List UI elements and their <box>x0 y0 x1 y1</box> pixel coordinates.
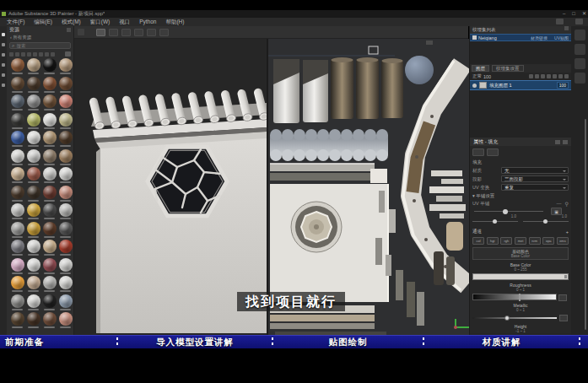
menu-item-1[interactable]: 编辑(E) <box>30 18 57 26</box>
channel-chip-rgh[interactable]: rgh <box>500 237 512 245</box>
material-sphere-53[interactable] <box>25 294 41 313</box>
channel-chip-met[interactable]: met <box>515 237 526 245</box>
channel-chip-ems[interactable]: ems <box>557 237 569 245</box>
menu-item-6[interactable]: 帮助(H) <box>161 18 188 26</box>
chapter-tab-3[interactable]: 材质讲解 <box>424 336 579 348</box>
filter-smart-masks-icon[interactable] <box>27 52 31 57</box>
channel-chip-opa[interactable]: opa <box>542 237 554 245</box>
material-sphere-40[interactable] <box>9 240 25 258</box>
chapter-tab-0[interactable]: 前期准备 <box>0 336 116 348</box>
channel-chip-hgt[interactable]: hgt <box>487 237 499 245</box>
opacity-value[interactable]: 100 <box>483 74 491 79</box>
material-sphere-0[interactable] <box>9 58 25 77</box>
tab-texture-set-settings[interactable]: 纹理集设置 <box>492 65 524 72</box>
property-dropdown[interactable]: 无 <box>501 167 569 174</box>
base-color-swatch[interactable] <box>472 273 569 280</box>
material-sphere-10[interactable] <box>41 94 57 113</box>
filter-smart-materials-icon[interactable] <box>21 52 25 57</box>
maximize-button[interactable]: □ <box>572 10 575 18</box>
minus-icon[interactable]: — <box>557 201 562 207</box>
shader-settings-icon[interactable] <box>575 44 585 55</box>
paint-tool-icon[interactable] <box>2 33 5 36</box>
viewport-divider[interactable] <box>267 39 268 335</box>
minimize-button[interactable]: – <box>563 10 565 18</box>
tiling-section-label[interactable]: ▾ 平铺设置 <box>472 193 569 199</box>
material-sphere-24[interactable] <box>9 167 25 186</box>
lazy-mouse-icon[interactable] <box>147 29 156 36</box>
link-icon[interactable]: ⚲ <box>565 201 569 207</box>
layout-icon[interactable] <box>556 19 564 24</box>
material-sphere-28[interactable] <box>9 186 25 204</box>
material-sphere-59[interactable] <box>57 312 73 331</box>
material-sphere-11[interactable] <box>57 94 73 113</box>
material-sphere-49[interactable] <box>25 276 41 294</box>
add-fill-layer-icon[interactable] <box>553 74 557 78</box>
material-sphere-36[interactable] <box>9 222 25 240</box>
layer-opacity[interactable]: 100 <box>557 82 569 89</box>
close-button[interactable]: ✕ <box>582 10 586 18</box>
add-effect-icon[interactable] <box>529 74 533 78</box>
panel-close-icon[interactable] <box>563 140 568 144</box>
delete-layer-icon[interactable] <box>564 74 569 78</box>
material-sphere-46[interactable] <box>41 258 57 277</box>
texture-set-row[interactable]: Neiqiang 材质链接 UV贴图 <box>470 34 571 41</box>
material-sphere-33[interactable] <box>25 203 41 222</box>
assets-search[interactable]: ⌕ <box>9 42 71 49</box>
smudge-tool-icon[interactable] <box>2 73 5 77</box>
material-sphere-14[interactable] <box>41 113 57 132</box>
assets-menu-icon[interactable] <box>67 28 71 32</box>
metallic-texture-icon[interactable] <box>559 315 568 321</box>
add-mask-icon[interactable] <box>535 74 539 78</box>
material-sphere-2[interactable] <box>41 58 57 77</box>
material-sphere-8[interactable] <box>9 94 25 113</box>
metallic-slider[interactable] <box>472 314 557 321</box>
menu-item-4[interactable]: 视口 <box>115 18 134 26</box>
add-folder-icon[interactable] <box>547 74 551 78</box>
channel-chip-col[interactable]: col <box>472 237 484 245</box>
material-sphere-51[interactable] <box>57 276 73 294</box>
material-sphere-20[interactable] <box>9 149 25 168</box>
material-sphere-48[interactable] <box>9 276 25 294</box>
material-sphere-43[interactable] <box>57 240 73 258</box>
material-sphere-15[interactable] <box>57 113 73 132</box>
material-sphere-55[interactable] <box>57 294 73 313</box>
material-sphere-32[interactable] <box>9 203 25 222</box>
filter-alphas-icon[interactable] <box>45 52 49 57</box>
perspective-icon[interactable] <box>96 29 105 36</box>
material-sphere-4[interactable] <box>9 77 25 95</box>
material-sphere-29[interactable] <box>25 186 41 204</box>
assets-breadcrumb[interactable]: ‹ 所有资源 <box>7 34 73 40</box>
fullscreen-icon[interactable] <box>159 29 169 36</box>
material-sphere-22[interactable] <box>41 149 57 168</box>
material-mode-icon[interactable] <box>472 148 484 156</box>
viewport-2d[interactable] <box>268 39 469 335</box>
workspace-icon[interactable] <box>575 19 583 24</box>
roughness-texture-icon[interactable] <box>558 294 567 301</box>
display-settings-icon[interactable] <box>575 30 585 40</box>
layer-row-selected[interactable]: 填充图层 1 100 <box>470 80 571 90</box>
material-sphere-34[interactable] <box>41 203 57 222</box>
material-sphere-42[interactable] <box>41 240 57 258</box>
material-sphere-38[interactable] <box>41 222 57 240</box>
material-sphere-31[interactable] <box>57 186 73 204</box>
filter-textures-icon[interactable] <box>51 52 55 57</box>
filter-materials-icon[interactable] <box>15 52 19 57</box>
layer-visibility-icon[interactable] <box>472 84 477 88</box>
clone-tool-icon[interactable] <box>2 84 5 87</box>
material-sphere-21[interactable] <box>25 149 41 168</box>
material-sphere-18[interactable] <box>41 131 57 149</box>
material-sphere-1[interactable] <box>25 58 41 77</box>
filter-brushes-icon[interactable] <box>39 52 43 57</box>
channel-chip-nrm[interactable]: nrm <box>529 237 541 245</box>
material-sphere-50[interactable] <box>41 276 57 294</box>
symmetry-icon[interactable] <box>134 29 143 36</box>
grid-view-icon[interactable] <box>65 51 71 57</box>
material-sphere-26[interactable] <box>41 167 57 186</box>
tiling-slider[interactable]: ▣ <box>472 207 569 215</box>
lock-icon[interactable]: ▣ <box>551 208 562 215</box>
mask-mode-icon[interactable] <box>487 148 499 156</box>
add-paint-layer-icon[interactable] <box>558 74 563 78</box>
property-dropdown[interactable]: 重复 <box>501 184 569 191</box>
scale-x-slider[interactable]: 1.0 <box>472 218 518 225</box>
material-sphere-23[interactable] <box>57 149 73 168</box>
